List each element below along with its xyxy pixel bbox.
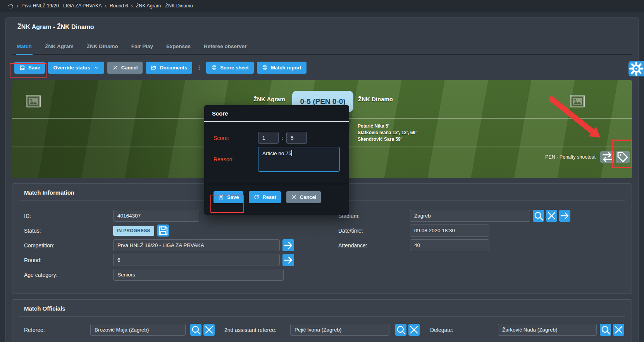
cancel-button[interactable]: Cancel xyxy=(107,62,143,74)
breadcrumb-match[interactable]: ŽNK Agram - ŽNK Dinamo xyxy=(136,3,193,9)
x-icon xyxy=(408,324,420,335)
score-modal-footer: Save Reset Cancel xyxy=(204,184,349,203)
breadcrumb-competition[interactable]: Prva HNLŽ 19/20 - LIGA ZA PRVAKA xyxy=(21,3,102,9)
second-assistant-clear-button[interactable] xyxy=(408,324,420,336)
datetime-input[interactable] xyxy=(410,225,489,237)
stadium-clear-button[interactable] xyxy=(546,210,557,222)
status-label: Status: xyxy=(19,228,113,234)
home-icon[interactable] xyxy=(8,3,14,9)
match-report-button[interactable]: Match report xyxy=(257,62,307,74)
scorer-line: Petarić Nika 5' xyxy=(358,123,417,130)
away-score-input[interactable] xyxy=(286,132,307,144)
score-modal: Score Score: : Reason: Article no 75 Sav… xyxy=(204,105,349,215)
score-sheet-button[interactable]: Score sheet xyxy=(206,62,254,74)
search-icon xyxy=(395,324,406,335)
officials-row: Referee: 2nd assistant referee: Delegate… xyxy=(19,324,625,336)
x-icon xyxy=(546,210,557,221)
home-team-name: ŽNK Agram xyxy=(253,96,285,102)
score-separator: : xyxy=(282,135,283,141)
goto-stadium-button[interactable] xyxy=(559,210,570,222)
id-input[interactable] xyxy=(113,210,199,222)
delegate-label: Delegate: xyxy=(430,327,498,333)
save-button[interactable]: Save xyxy=(14,62,45,74)
app-root: { "breadcrumb": { "home_icon": "home-ico… xyxy=(0,0,644,342)
modal-reset-button[interactable]: Reset xyxy=(249,191,281,203)
x-icon xyxy=(112,65,118,71)
reason-textarea[interactable]: Article no 75 xyxy=(258,147,340,172)
delegate-search-button[interactable] xyxy=(600,324,611,336)
attendance-input[interactable] xyxy=(410,239,489,251)
away-team-logo-placeholder[interactable] xyxy=(570,95,585,107)
chevron-down-icon xyxy=(93,65,99,71)
printer-icon xyxy=(262,65,268,71)
arrow-right-icon xyxy=(282,240,294,251)
round-label: Round: xyxy=(19,257,113,263)
printer-icon xyxy=(211,65,217,71)
away-scorers-list: Petarić Nika 5' Slatković Ivana 12', 12'… xyxy=(358,123,417,143)
goto-round-button[interactable] xyxy=(282,254,294,266)
tab-bar: Match ŽNK Agram ŽNK Dinamo Fair Play Exp… xyxy=(12,37,632,55)
reason-label: Reason: xyxy=(214,156,258,162)
image-icon xyxy=(26,94,40,108)
away-team-name: ŽNK Dinamo xyxy=(358,96,393,102)
round-input[interactable] xyxy=(113,254,280,266)
image-icon xyxy=(570,94,584,108)
tab-znk-agram[interactable]: ŽNK Agram xyxy=(44,37,74,55)
tab-fair-play[interactable]: Fair Play xyxy=(131,37,154,55)
delegate-input[interactable] xyxy=(498,324,597,336)
field-row-datetime: Date/time: xyxy=(313,225,625,237)
age-category-label: Age category: xyxy=(19,272,113,278)
datetime-label: Date/time: xyxy=(313,228,410,234)
goto-competition-button[interactable] xyxy=(282,239,294,251)
attendance-label: Attendance: xyxy=(313,242,410,249)
tab-referee-observer[interactable]: Referee observer xyxy=(203,37,247,55)
score-modal-title: Score xyxy=(212,110,228,117)
field-row-round: Round: xyxy=(19,254,313,266)
tab-expenses[interactable]: Expenses xyxy=(165,37,191,55)
modal-cancel-button[interactable]: Cancel xyxy=(286,191,321,203)
second-assistant-referee-input[interactable] xyxy=(290,324,389,336)
reset-icon xyxy=(253,194,259,200)
breadcrumb-round[interactable]: Round 6 xyxy=(110,3,128,9)
match-officials-section: Match Officials Referee: 2nd assistant r… xyxy=(12,299,632,342)
status-badge: IN PROGRESS xyxy=(113,226,154,236)
swap-icon xyxy=(600,150,614,164)
field-row-status: Status: IN PROGRESS xyxy=(19,225,313,237)
stadium-input[interactable] xyxy=(410,210,530,222)
search-icon xyxy=(190,324,201,335)
edit-score-tag-button[interactable] xyxy=(616,151,630,163)
second-assistant-search-button[interactable] xyxy=(395,324,406,336)
referee-clear-button[interactable] xyxy=(203,324,215,336)
penalty-shootout-label: PEN - Penalty shootout xyxy=(545,154,596,160)
status-history-button[interactable] xyxy=(157,225,169,237)
breadcrumb-separator: › xyxy=(105,3,107,9)
home-team-logo-placeholder[interactable] xyxy=(26,95,41,107)
scorer-line: Slatković Ivana 12', 12', 69' xyxy=(358,130,417,136)
field-row-age-category: Age category: xyxy=(19,269,313,281)
search-icon xyxy=(533,210,544,221)
match-officials-title: Match Officials xyxy=(19,300,625,316)
age-category-input[interactable] xyxy=(113,269,284,281)
referee-input[interactable] xyxy=(90,324,186,336)
folder-icon xyxy=(151,65,157,71)
delegate-clear-button[interactable] xyxy=(613,324,624,336)
referee-search-button[interactable] xyxy=(190,324,201,336)
tab-match[interactable]: Match xyxy=(16,37,33,55)
competition-input[interactable] xyxy=(113,239,280,251)
home-score-input[interactable] xyxy=(258,132,279,144)
penalty-shootout-row: PEN - Penalty shootout xyxy=(545,151,630,163)
tab-znk-dinamo[interactable]: ŽNK Dinamo xyxy=(86,37,119,55)
competition-label: Competition: xyxy=(19,242,113,249)
settings-flyout-button[interactable] xyxy=(629,61,644,76)
modal-save-button[interactable]: Save xyxy=(214,191,243,203)
x-icon xyxy=(291,194,297,200)
section-divider xyxy=(19,316,625,317)
override-status-button[interactable]: Override status xyxy=(48,62,104,74)
field-row-stadium: Stadium: xyxy=(313,210,625,222)
documents-button[interactable]: Documents xyxy=(146,62,192,74)
toolbar: Save Override status Cancel Documents Sc… xyxy=(14,62,632,74)
stadium-search-button[interactable] xyxy=(533,210,544,222)
field-row-attendance: Attendance: xyxy=(313,239,625,251)
arrow-right-icon xyxy=(559,210,570,221)
swap-score-button[interactable] xyxy=(600,151,614,163)
